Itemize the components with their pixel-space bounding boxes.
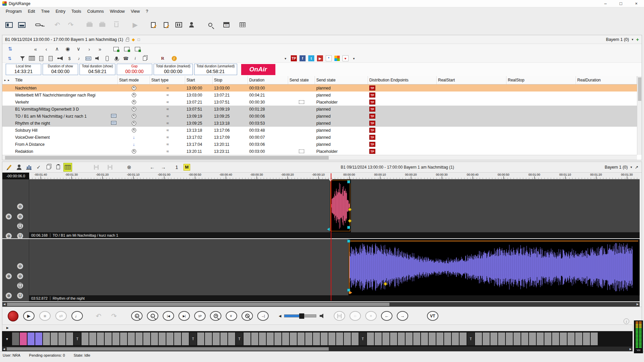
loop-track-icon[interactable]: U (17, 233, 23, 239)
loop-take-button[interactable]: ○ (350, 311, 361, 321)
zoom-in-button[interactable]: + (131, 311, 143, 321)
insert-sub-entry-icon[interactable] (133, 45, 142, 53)
overview-block[interactable] (89, 333, 96, 345)
overview-block[interactable] (290, 333, 297, 345)
overview-marker[interactable]: T (236, 333, 243, 345)
overview-block[interactable] (344, 333, 351, 345)
overview-block[interactable] (506, 333, 513, 345)
volume-slider[interactable] (284, 314, 316, 317)
discard-take-button[interactable]: × (365, 311, 377, 321)
overview-block[interactable] (28, 333, 35, 345)
print-globe-icon[interactable] (97, 19, 108, 31)
column-header-realduration[interactable]: RealDuration (576, 76, 637, 84)
overview-block[interactable] (166, 333, 173, 345)
overview-block[interactable] (382, 333, 389, 345)
overview-block[interactable] (475, 333, 482, 345)
delete-track-icon[interactable] (17, 223, 23, 229)
play-entry-icon[interactable]: ▶ (129, 19, 141, 31)
overview-block[interactable] (20, 333, 27, 345)
overview-block[interactable] (136, 333, 143, 345)
endpoint-dropdown-icon[interactable]: ▾ (283, 55, 288, 62)
overview-block[interactable] (375, 333, 382, 345)
sort-filter-icon[interactable]: ⇅ (6, 55, 14, 62)
table-view-icon[interactable] (237, 19, 248, 31)
play-button[interactable]: ▶ (23, 311, 35, 321)
youtube-endpoint-icon[interactable]: ▶ (317, 55, 323, 62)
info-circle-icon[interactable]: i (170, 55, 178, 62)
copy-clip-icon[interactable] (44, 163, 53, 172)
overview-block[interactable] (66, 333, 73, 345)
facebook-endpoint-icon[interactable]: f (300, 55, 306, 62)
table-row[interactable]: Verkehr≈13:07:2113:07:5100:00:30Placehol… (2, 99, 637, 106)
overview-block[interactable] (421, 333, 428, 345)
tp-endpoint-icon[interactable]: TP (291, 55, 297, 62)
overview-block[interactable] (182, 333, 189, 345)
add-channel-icon[interactable]: + (636, 37, 639, 42)
prev-element-button[interactable]: ← (381, 311, 392, 321)
record-button[interactable] (7, 310, 19, 322)
overview-block[interactable] (228, 333, 235, 345)
overview-block[interactable] (174, 333, 181, 345)
jump-prev-icon[interactable]: ‹ (42, 45, 51, 53)
overview-block[interactable] (591, 333, 598, 345)
scroll-right-icon[interactable]: ▶ (637, 303, 639, 306)
volume-handle[interactable] (299, 313, 304, 319)
overview-marker[interactable]: T (74, 333, 81, 345)
zoom-playhead-button[interactable]: 1P (194, 311, 206, 321)
overview-block[interactable] (213, 333, 220, 345)
voice-track-button[interactable]: VT (427, 311, 438, 321)
edit-pencil-icon[interactable] (5, 163, 14, 172)
column-header-send-state[interactable]: Send state (288, 76, 315, 84)
script-doc-icon[interactable] (37, 55, 45, 62)
overview-block[interactable] (490, 333, 497, 345)
overview-block[interactable] (313, 333, 320, 345)
clip-handle[interactable] (347, 240, 350, 243)
next-element-button[interactable]: → (397, 311, 408, 321)
table-row[interactable]: Nachrichten≈13:00:0013:03:0000:03:00plan… (2, 84, 637, 92)
collapse-tracks-button[interactable]: » (226, 311, 237, 321)
clip-2-start-edge[interactable] (349, 241, 350, 294)
sort-order-icon[interactable]: ⇅ (6, 45, 14, 53)
waveform-clip-2[interactable] (349, 239, 633, 295)
overview-block[interactable] (514, 333, 521, 345)
overview-block[interactable] (58, 333, 65, 345)
column-header-start[interactable]: Start (185, 76, 213, 84)
zoom-out-button[interactable]: − (147, 311, 158, 321)
delete-entry-icon[interactable] (111, 19, 122, 31)
column-header-realstop[interactable]: RealStop (506, 76, 576, 84)
speaker-profile-icon[interactable] (15, 163, 23, 172)
insert-entry-icon[interactable] (112, 45, 120, 53)
shuffle-button[interactable]: ⇄ (55, 311, 67, 321)
table-row[interactable]: Solsbury Hill≈13:13:1813:17:0600:03:48pl… (2, 127, 637, 134)
overview-block[interactable] (444, 333, 451, 345)
column-header-duration[interactable]: Duration (248, 76, 288, 84)
overview-marker[interactable]: T (359, 333, 366, 345)
table-row[interactable]: Rhythm of the night≈13:09:2513:13:1800:0… (2, 120, 637, 127)
overview-block[interactable] (143, 333, 150, 345)
overview-block[interactable] (267, 333, 274, 345)
overview-block[interactable] (352, 333, 359, 345)
search-icon[interactable] (205, 19, 216, 31)
layout-rows-icon[interactable] (16, 19, 28, 31)
go-start-button[interactable]: |◀ (163, 311, 174, 321)
table-columns-icon[interactable] (28, 55, 36, 62)
phone-icon[interactable]: ☎ (122, 55, 130, 62)
overview-marker[interactable]: T (190, 333, 197, 345)
column-header-start-mode[interactable]: Start mode (118, 76, 150, 84)
editor-channel-label[interactable]: Bayern 1 (0) (605, 165, 628, 170)
overview-block[interactable] (521, 333, 528, 345)
minimize-button[interactable]: – (598, 0, 613, 7)
collapse-track-icon[interactable]: ⊖ (17, 203, 23, 209)
overview-block[interactable] (406, 333, 413, 345)
user-entry-icon[interactable] (186, 19, 197, 31)
column-header-start-type[interactable]: Start type (150, 76, 185, 84)
move-up-icon[interactable]: ∧ (53, 45, 61, 53)
scrollbar-thumb[interactable] (5, 156, 329, 160)
column-header-distribution-endpoints[interactable]: Distribution Endpoints (368, 76, 437, 84)
overview-block[interactable] (568, 333, 575, 345)
overview-block[interactable] (298, 333, 305, 345)
menu-item-tools[interactable]: Tools (68, 8, 84, 15)
scroll-left-icon[interactable]: ◀ (3, 303, 5, 306)
speaker-icon[interactable] (320, 314, 325, 318)
table-row[interactable]: Wetterbett MIT Nachrichtenstinger nach R… (2, 92, 637, 99)
